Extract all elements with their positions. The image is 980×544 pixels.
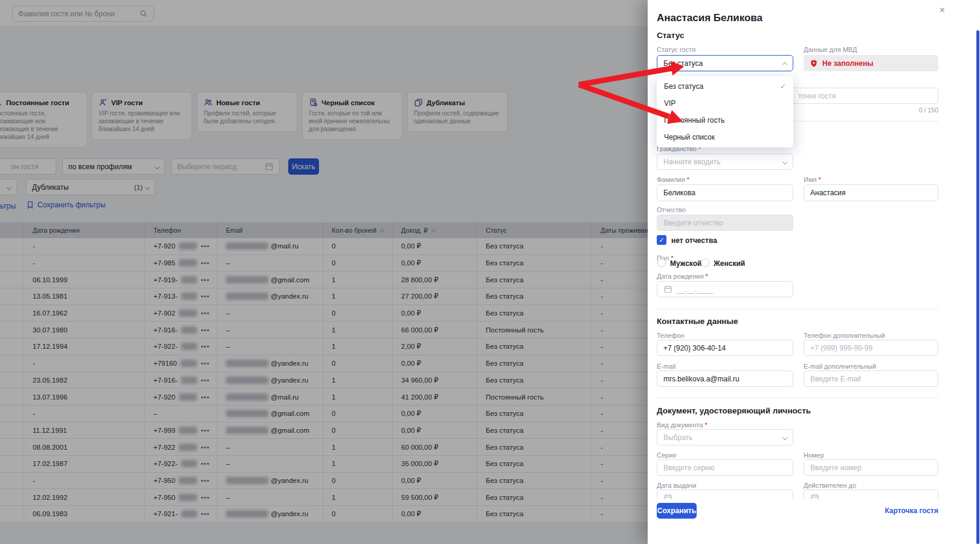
close-icon[interactable]: × <box>940 5 945 16</box>
no-patronymic-checkbox[interactable]: ✓ <box>657 235 666 245</box>
guest-edit-panel: Анастасия Беликова × Статус Статус гостя… <box>648 0 980 544</box>
citizenship-select[interactable]: Начните вводить <box>657 154 793 170</box>
save-button[interactable]: Сохранить <box>657 503 697 519</box>
doc-number-label: Номер <box>804 452 824 459</box>
phone-field[interactable]: +7 (920) 306-40-14 <box>657 340 793 356</box>
status-dropdown-menu: Без статуса ✓ VIP ✓ Постоянный гость ✓ Ч… <box>657 76 793 147</box>
guest-name-title: Анастасия Беликова <box>657 12 762 24</box>
document-section-heading: Документ, удостоверяющий личность <box>657 406 811 415</box>
panel-scrollbar[interactable] <box>976 30 979 544</box>
status-section-heading: Статус <box>657 31 685 40</box>
patronymic-label: Отчество <box>657 206 686 213</box>
status-option[interactable]: Без статуса ✓ <box>657 78 793 95</box>
shield-icon <box>810 59 818 68</box>
chevron-down-icon <box>782 435 787 439</box>
guest-card-link[interactable]: Карточка гостя <box>885 507 938 515</box>
status-option[interactable]: Постоянный гость ✓ <box>657 112 793 129</box>
doc-series-field[interactable]: Введите серию <box>657 459 793 476</box>
comment-char-counter: 0 / 150 <box>919 106 938 114</box>
doc-type-label: Вид документа* <box>657 421 708 429</box>
app-root: Фамилия гостя или № брони Постоянные гос… <box>0 0 980 544</box>
firstname-label: Имя* <box>804 176 821 183</box>
section-divider <box>657 398 938 398</box>
phone2-label: Телефон дополнительный <box>804 332 885 339</box>
email-field[interactable]: mrs.belikova.a@mail.ru <box>657 371 793 387</box>
firstname-field[interactable]: Анастасия <box>804 184 938 201</box>
chevron-up-icon <box>782 62 787 66</box>
check-icon: ✓ <box>780 82 786 91</box>
gender-male-label: Мужской <box>670 259 701 268</box>
calendar-icon[interactable] <box>663 285 672 294</box>
phone2-field[interactable]: +7 (999) 999-99-99 <box>804 340 938 356</box>
birthdate-label: Дата рождения* <box>657 273 708 280</box>
doc-issue-date-label: Дата выдачи <box>657 482 696 489</box>
email-label: E-mail <box>657 363 675 370</box>
status-option[interactable]: Черный список ✓ <box>657 129 793 146</box>
chevron-down-icon <box>782 159 787 164</box>
email2-label: E-mail дополнительный <box>804 363 876 370</box>
guest-status-value: Без статуса <box>663 59 703 68</box>
doc-number-field[interactable]: Введите номер <box>804 459 938 476</box>
mvd-status-text: Не заполнены <box>822 59 873 68</box>
modal-dim-overlay[interactable] <box>0 0 648 544</box>
doc-series-label: Серия <box>657 452 676 459</box>
phone-label: Телефон <box>657 332 685 339</box>
gender-female-radio[interactable] <box>701 259 709 267</box>
doc-valid-until-label: Действителен до <box>804 482 856 489</box>
contacts-section-heading: Контактные данные <box>657 317 738 326</box>
gender-male-radio[interactable] <box>657 259 666 267</box>
mvd-data-label: Данные для МВД <box>804 46 857 53</box>
lastname-field[interactable]: Беликова <box>657 184 793 201</box>
guest-status-label: Статус гостя <box>657 46 695 53</box>
email2-field[interactable]: Введите E-mail <box>804 371 938 387</box>
birthdate-field[interactable]: __.__.____ <box>657 281 793 297</box>
no-patronymic-label: нет отчества <box>671 236 717 245</box>
comment-placeholder-fragment: точке гостя <box>798 92 836 100</box>
patronymic-field: Введите отчество <box>657 215 793 231</box>
guest-status-select[interactable]: Без статуса <box>657 55 793 71</box>
panel-footer: Сохранить Карточка гостя <box>648 499 980 544</box>
doc-type-select[interactable]: Выбрать <box>657 429 793 445</box>
gender-female-label: Женский <box>714 259 745 268</box>
section-divider <box>657 309 938 309</box>
status-option[interactable]: VIP ✓ <box>657 95 793 112</box>
mvd-status-badge[interactable]: Не заполнены <box>804 55 938 71</box>
lastname-label: Фамилия* <box>657 176 689 183</box>
